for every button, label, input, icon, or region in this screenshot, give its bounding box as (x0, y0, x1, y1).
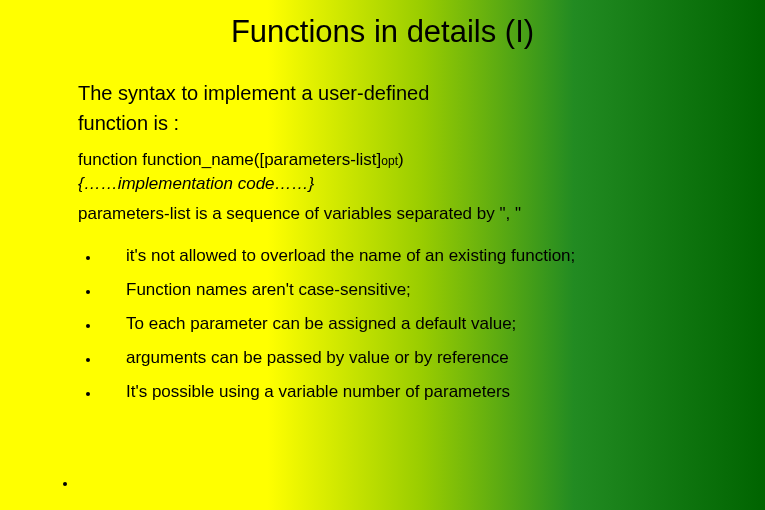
stray-bullet-dot (63, 482, 67, 486)
intro-line-1: The syntax to implement a user-defined (78, 78, 725, 108)
slide-container: Functions in details (I) The syntax to i… (0, 0, 765, 510)
intro-text: The syntax to implement a user-defined f… (78, 78, 725, 138)
syntax-line: function function_name([parameters-list]… (78, 150, 725, 170)
syntax-opt: opt (381, 154, 398, 168)
syntax-post: ) (398, 150, 404, 169)
slide-title: Functions in details (I) (0, 0, 765, 78)
list-item: Function names aren't case-sensitive; (86, 280, 725, 300)
note-line: parameters-list is a sequence of variabl… (78, 204, 725, 224)
list-item: It's possible using a variable number of… (86, 382, 725, 402)
bullet-list: it's not allowed to overload the name of… (78, 246, 725, 402)
slide-content: The syntax to implement a user-defined f… (0, 78, 765, 402)
list-item: arguments can be passed by value or by r… (86, 348, 725, 368)
list-item: To each parameter can be assigned a defa… (86, 314, 725, 334)
intro-line-2: function is : (78, 108, 725, 138)
implementation-line: {……implementation code……} (78, 174, 725, 194)
syntax-pre: function function_name([parameters-list] (78, 150, 381, 169)
list-item: it's not allowed to overload the name of… (86, 246, 725, 266)
